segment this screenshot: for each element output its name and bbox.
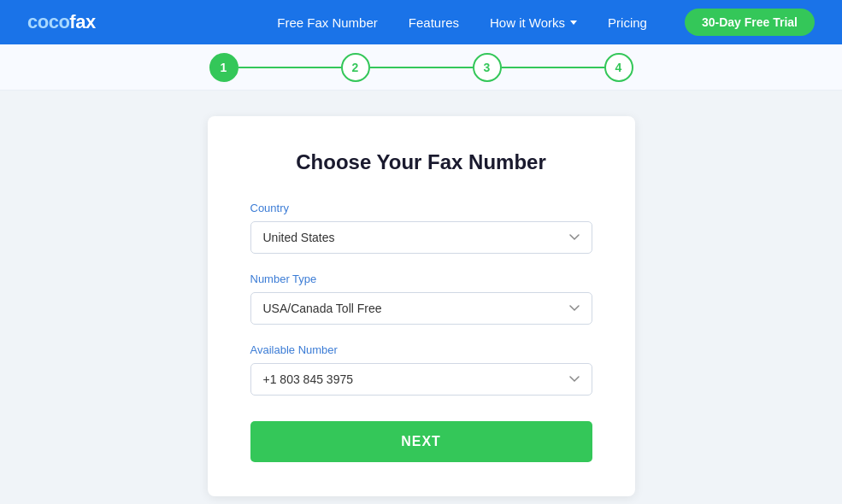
country-label: Country bbox=[250, 202, 592, 214]
form-card: Choose Your Fax Number Country United St… bbox=[208, 116, 635, 496]
country-select[interactable]: United States Canada United Kingdom Aust… bbox=[250, 221, 592, 254]
logo: cocofax bbox=[27, 11, 96, 33]
next-button[interactable]: NEXT bbox=[250, 421, 592, 462]
header: cocofax Free Fax Number Features How it … bbox=[0, 0, 842, 44]
chevron-down-icon bbox=[570, 21, 577, 25]
step-line-3-4 bbox=[502, 67, 604, 68]
nav-how-it-works[interactable]: How it Works bbox=[490, 15, 577, 30]
trial-button[interactable]: 30-Day Free Trial bbox=[685, 9, 815, 36]
main-content: Choose Your Fax Number Country United St… bbox=[0, 91, 842, 504]
available-number-select[interactable]: +1 803 845 3975 +1 803 845 3976 +1 803 8… bbox=[250, 363, 592, 396]
number-type-select[interactable]: USA/Canada Toll Free Local International bbox=[250, 292, 592, 325]
step-line-2-3 bbox=[370, 67, 473, 68]
number-type-label: Number Type bbox=[250, 273, 592, 285]
step-2: 2 bbox=[341, 53, 370, 82]
available-number-label: Available Number bbox=[250, 343, 592, 356]
card-title: Choose Your Fax Number bbox=[250, 150, 592, 174]
step-3: 3 bbox=[473, 53, 502, 82]
logo-coco: coco bbox=[27, 11, 69, 32]
stepper: 1 2 3 4 bbox=[209, 53, 633, 82]
available-number-group: Available Number +1 803 845 3975 +1 803 … bbox=[250, 343, 592, 396]
step-1: 1 bbox=[209, 53, 238, 82]
logo-fax: fax bbox=[69, 11, 95, 32]
number-type-group: Number Type USA/Canada Toll Free Local I… bbox=[250, 273, 592, 325]
step-line-1-2 bbox=[238, 67, 341, 68]
nav-pricing[interactable]: Pricing bbox=[608, 15, 647, 30]
main-nav: Free Fax Number Features How it Works Pr… bbox=[277, 9, 815, 36]
nav-features[interactable]: Features bbox=[409, 15, 459, 30]
country-group: Country United States Canada United King… bbox=[250, 202, 592, 254]
stepper-bar: 1 2 3 4 bbox=[0, 44, 842, 91]
step-4: 4 bbox=[604, 53, 633, 82]
nav-free-fax-number[interactable]: Free Fax Number bbox=[277, 15, 378, 30]
